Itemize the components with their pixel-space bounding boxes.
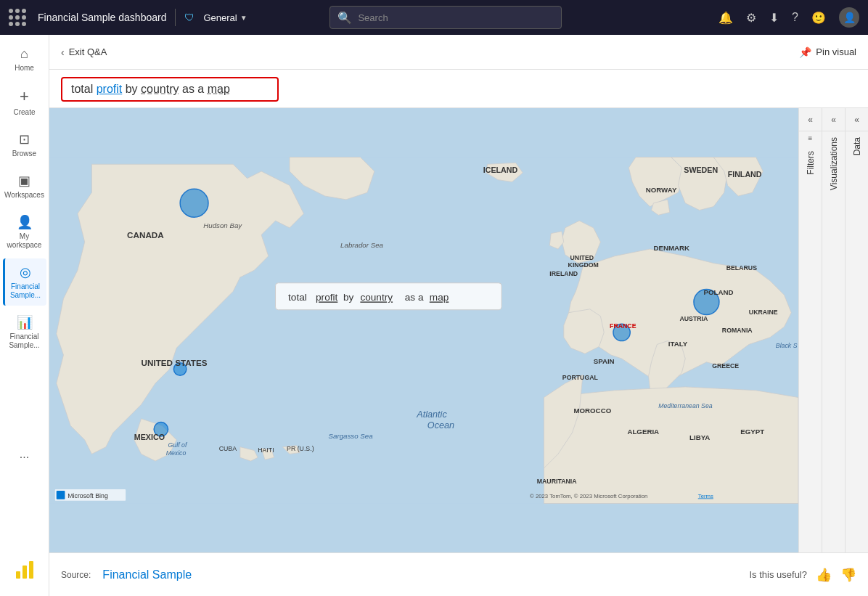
notification-icon[interactable]: 🔔 [718,11,733,25]
sidebar-item-financial-1[interactable]: ◎ Financial Sample... [3,258,46,306]
main-layout: ⌂ Home + Create ⊡ Browse ▣ Workspaces 👤 … [0,35,868,596]
sidebar-label-financial-2: Financial Sample... [6,332,44,350]
query-text: total profit by country as a map [71,83,230,96]
filters-label[interactable]: Filters [803,145,819,181]
sidebar-more-button[interactable]: ... [14,442,35,467]
svg-text:UNITED STATES: UNITED STATES [142,358,208,367]
svg-text:country: country [360,292,393,303]
viz-label[interactable]: Visualizations [826,131,842,196]
svg-text:by: by [343,292,354,303]
sidebar-item-financial-2[interactable]: 📊 Financial Sample... [3,309,46,356]
sidebar-label-my-workspace: My workspace [6,232,44,250]
svg-text:PORTUGAL: PORTUGAL [562,374,599,381]
query-country: country [141,83,179,95]
svg-text:LIBYA: LIBYA [689,433,710,441]
download-icon[interactable]: ⬇ [769,11,779,25]
svg-text:DENMARK: DENMARK [653,244,689,252]
exit-qa-label: Exit Q&A [69,46,107,57]
source-link[interactable]: Financial Sample [102,568,192,581]
search-input[interactable] [358,12,554,23]
svg-rect-2 [29,561,33,579]
svg-text:POLAND: POLAND [704,288,734,296]
filters-collapse-button[interactable]: « [799,108,822,131]
my-workspace-icon: 👤 [17,214,33,230]
map-svg: CANADA UNITED STATES MEXICO CUBA HAITI P… [49,108,798,552]
svg-text:FINLAND: FINLAND [728,170,762,179]
svg-text:EGYPT: EGYPT [740,428,764,436]
svg-text:profit: profit [316,292,338,303]
data-label[interactable]: Data [849,131,865,161]
viz-collapse-button[interactable]: « [822,108,846,131]
map-container[interactable]: CANADA UNITED STATES MEXICO CUBA HAITI P… [49,108,798,552]
powerbi-logo-area [7,552,42,590]
workspace-label: General [203,12,237,23]
filter-icon: ≡ [808,134,813,142]
sidebar-label-create: Create [13,108,35,117]
thumbs-up-button[interactable]: 👍 [816,567,832,583]
svg-text:UKRAINE: UKRAINE [749,309,778,316]
financial-1-icon: ◎ [20,264,31,280]
svg-rect-0 [16,571,20,579]
svg-text:Labrador Sea: Labrador Sea [340,241,383,249]
thumbs-down-button[interactable]: 👎 [840,567,856,583]
svg-text:Mediterranean Sea: Mediterranean Sea [658,402,713,409]
svg-text:ALGERIA: ALGERIA [627,428,659,436]
svg-text:KINGDOM: KINGDOM [568,261,599,269]
create-icon: + [20,87,29,106]
filters-header: ≡ [808,131,813,145]
query-box: total profit by country as a map [49,70,868,108]
svg-text:BELARUS: BELARUS [726,264,757,272]
sidebar-item-browse[interactable]: ⊡ Browse [3,126,46,164]
svg-point-4 [180,189,208,217]
svg-text:UNITED: UNITED [570,254,594,261]
pin-icon: 📌 [799,46,811,58]
app-launcher[interactable] [9,9,26,26]
sidebar-label-financial-1: Financial Sample... [8,282,44,300]
svg-text:Atlantic: Atlantic [416,409,447,420]
query-input[interactable]: total profit by country as a map [61,77,279,102]
pin-visual-button[interactable]: 📌 Pin visual [799,46,856,58]
top-nav: Financial Sample dashboard 🛡 General ▼ 🔍… [0,0,868,35]
svg-text:Microsoft Bing: Microsoft Bing [67,492,108,499]
back-arrow-icon: ‹ [61,46,65,58]
sidebar-label-home: Home [15,64,34,73]
data-collapse-button[interactable]: « [846,108,869,131]
svg-text:© 2023 TomTom, © 2023 Microsof: © 2023 TomTom, © 2023 Microsoft Corporat… [530,493,647,499]
sidebar-item-home[interactable]: ⌂ Home [3,41,46,78]
visual-area: CANADA UNITED STATES MEXICO CUBA HAITI P… [49,108,868,552]
nav-divider [175,9,176,26]
svg-text:ICELAND: ICELAND [483,166,518,174]
svg-text:Ocean: Ocean [427,420,454,430]
feedback-icon[interactable]: 🙂 [811,11,826,25]
settings-icon[interactable]: ⚙ [746,11,756,25]
svg-text:CUBA: CUBA [219,445,237,452]
sidebar-item-create[interactable]: + Create [3,81,46,123]
app-title: Financial Sample dashboard [38,12,166,23]
svg-text:MOROCCO: MOROCCO [573,407,611,415]
search-bar[interactable]: 🔍 [329,6,562,29]
sidebar-label-browse: Browse [12,150,36,158]
svg-text:map: map [430,292,449,303]
svg-text:IRELAND: IRELAND [549,270,578,277]
svg-rect-55 [57,491,65,499]
svg-text:ROMANIA: ROMANIA [722,327,753,334]
exit-qa-button[interactable]: ‹ Exit Q&A [61,46,107,58]
help-icon[interactable]: ? [792,11,798,24]
sidebar-item-workspaces[interactable]: ▣ Workspaces [3,167,46,205]
svg-text:as a: as a [405,292,424,303]
chevron-down-icon: ▼ [240,14,247,22]
visualizations-panel: « Visualizations [822,108,845,552]
svg-text:SWEDEN: SWEDEN [684,166,718,174]
financial-2-icon: 📊 [17,314,33,330]
content-area: ‹ Exit Q&A 📌 Pin visual total profit by … [49,35,868,596]
svg-text:Hudson Bay: Hudson Bay [203,221,242,229]
svg-text:Mexico: Mexico [166,449,187,457]
user-avatar[interactable]: 👤 [839,7,859,28]
svg-text:SPAIN: SPAIN [594,357,615,365]
sidebar-item-my-workspace[interactable]: 👤 My workspace [3,208,46,256]
workspace-selector[interactable]: General ▼ [203,12,247,23]
filters-panel: « ≡ Filters [798,108,822,552]
svg-text:NORWAY: NORWAY [646,186,677,194]
svg-text:ITALY: ITALY [668,340,688,348]
svg-text:GREECE: GREECE [712,362,739,370]
